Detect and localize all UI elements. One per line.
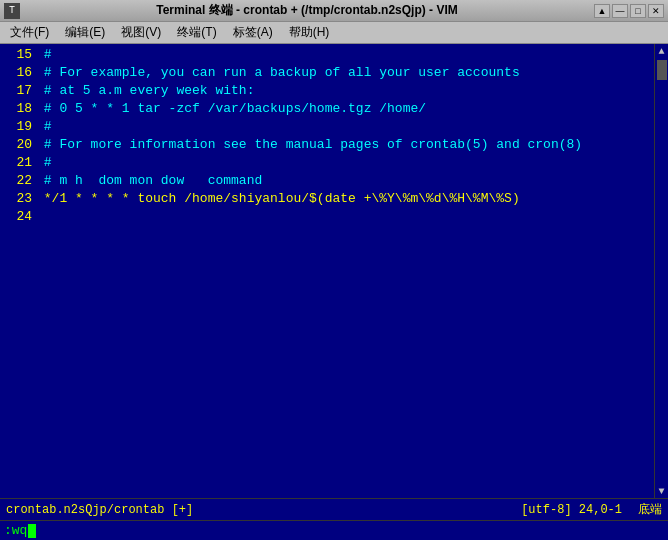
menu-tabs[interactable]: 标签(A) bbox=[227, 22, 279, 43]
statusbar-position: 底端 bbox=[638, 501, 662, 518]
scroll-down[interactable]: ▼ bbox=[655, 484, 669, 498]
titlebar: T Terminal 终端 - crontab + (/tmp/crontab.… bbox=[0, 0, 668, 22]
app-icon: T bbox=[4, 3, 20, 19]
editor-line: 23 */1 * * * * touch /home/shiyanlou/$(d… bbox=[4, 190, 650, 208]
maximize-button[interactable]: □ bbox=[630, 4, 646, 18]
editor-line: 15 # bbox=[4, 46, 650, 64]
line-number: 24 bbox=[4, 208, 32, 226]
editor-line: 18 # 0 5 * * 1 tar -zcf /var/backups/hom… bbox=[4, 100, 650, 118]
minimize-button[interactable]: — bbox=[612, 4, 628, 18]
line-text: # bbox=[36, 118, 52, 136]
close-button[interactable]: ✕ bbox=[648, 4, 664, 18]
window-controls[interactable]: ▲ — □ ✕ bbox=[594, 4, 664, 18]
menu-help[interactable]: 帮助(H) bbox=[283, 22, 336, 43]
line-text: */1 * * * * touch /home/shiyanlou/$(date… bbox=[36, 190, 520, 208]
line-number: 20 bbox=[4, 136, 32, 154]
statusbar-filename: crontab.n2sQjp/crontab [+] bbox=[6, 503, 193, 517]
line-number: 15 bbox=[4, 46, 32, 64]
editor-line: 22 # m h dom mon dow command bbox=[4, 172, 650, 190]
line-text: # m h dom mon dow command bbox=[36, 172, 262, 190]
menu-terminal[interactable]: 终端(T) bbox=[171, 22, 222, 43]
editor-line: 16 # For example, you can run a backup o… bbox=[4, 64, 650, 82]
line-text: # at 5 a.m every week with: bbox=[36, 82, 254, 100]
editor-line: 19 # bbox=[4, 118, 650, 136]
line-text: # 0 5 * * 1 tar -zcf /var/backups/home.t… bbox=[36, 100, 426, 118]
scrollbar[interactable]: ▲ ▼ bbox=[654, 44, 668, 498]
line-number: 23 bbox=[4, 190, 32, 208]
cmdline-text: :wq bbox=[4, 523, 36, 538]
menu-edit[interactable]: 编辑(E) bbox=[59, 22, 111, 43]
line-number: 22 bbox=[4, 172, 32, 190]
scroll-thumb[interactable] bbox=[657, 60, 667, 80]
line-text: # bbox=[36, 46, 52, 64]
line-number: 17 bbox=[4, 82, 32, 100]
statusbar-encoding: [utf-8] 24,0-1 bbox=[521, 503, 622, 517]
statusbar: crontab.n2sQjp/crontab [+] [utf-8] 24,0-… bbox=[0, 498, 668, 520]
line-number: 21 bbox=[4, 154, 32, 172]
code-content: 15 #16 # For example, you can run a back… bbox=[0, 44, 654, 498]
line-text: # bbox=[36, 154, 52, 172]
vim-editor[interactable]: 15 #16 # For example, you can run a back… bbox=[0, 44, 668, 498]
editor-line: 24 bbox=[4, 208, 650, 226]
window-title: Terminal 终端 - crontab + (/tmp/crontab.n2… bbox=[20, 2, 594, 19]
menu-file[interactable]: 文件(F) bbox=[4, 22, 55, 43]
line-number: 18 bbox=[4, 100, 32, 118]
line-number: 16 bbox=[4, 64, 32, 82]
line-text: # For example, you can run a backup of a… bbox=[36, 64, 520, 82]
statusbar-right: [utf-8] 24,0-1 底端 bbox=[521, 501, 662, 518]
editor-line: 17 # at 5 a.m every week with: bbox=[4, 82, 650, 100]
editor-line: 21 # bbox=[4, 154, 650, 172]
scroll-up[interactable]: ▲ bbox=[655, 44, 669, 58]
shade-button[interactable]: ▲ bbox=[594, 4, 610, 18]
vim-cmdline[interactable]: :wq bbox=[0, 520, 668, 540]
menu-view[interactable]: 视图(V) bbox=[115, 22, 167, 43]
menubar: 文件(F) 编辑(E) 视图(V) 终端(T) 标签(A) 帮助(H) bbox=[0, 22, 668, 44]
cursor bbox=[28, 524, 36, 538]
editor-line: 20 # For more information see the manual… bbox=[4, 136, 650, 154]
line-number: 19 bbox=[4, 118, 32, 136]
line-text: # For more information see the manual pa… bbox=[36, 136, 582, 154]
